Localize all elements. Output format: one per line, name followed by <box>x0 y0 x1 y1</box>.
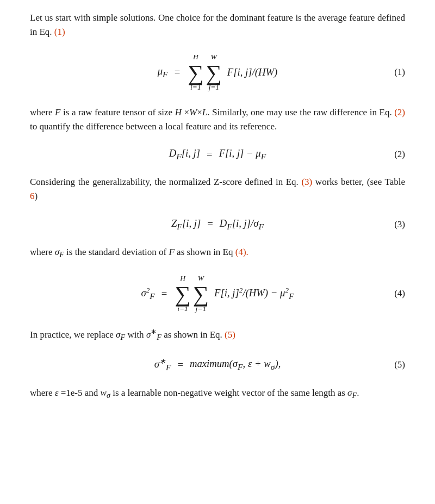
equation-3-math: ZF[i, j] = DF[i, j]/σF <box>171 216 264 233</box>
equation-1-number: (1) <box>394 65 405 79</box>
eq3-rhs: DF[i, j]/σF <box>220 216 264 233</box>
equation-1-math: μF = H ∑ i=1 W ∑ j=1 <box>158 52 278 94</box>
eq2-rhs: F[i, j] − μF <box>219 146 266 163</box>
equation-4-container: σ2F = H ∑ i=1 W ∑ j=1 <box>30 273 405 315</box>
intro-text: Let us start with simple solutions. One … <box>30 13 405 37</box>
equation-1-container: μF = H ∑ i=1 W ∑ j=1 <box>30 52 405 94</box>
eq4-ref-inline: (4). <box>235 247 248 257</box>
eq4-double-sum: H ∑ i=1 W ∑ j=1 <box>173 273 210 315</box>
eq3-lhs: ZF[i, j] <box>171 216 201 233</box>
equation-5-number: (5) <box>394 358 405 372</box>
equation-2-row: DF[i, j] = F[i, j] − μF (2) <box>30 146 405 163</box>
eq1-rhs: F[i, j]/(HW) <box>227 65 277 80</box>
eq5-rhs: maximum(σF, ε + wσ), <box>190 356 281 374</box>
equation-1-row: μF = H ∑ i=1 W ∑ j=1 <box>30 52 405 94</box>
equation-3-content: ZF[i, j] = DF[i, j]/σF <box>30 216 405 233</box>
equation-1-content: μF = H ∑ i=1 W ∑ j=1 <box>30 52 405 94</box>
eq4-sigma2: ∑ <box>193 283 209 306</box>
eq4-sigma1: ∑ <box>175 283 190 306</box>
eq2-lhs: DF[i, j] <box>169 146 200 163</box>
paragraph-2: Considering the generalizability, the no… <box>30 175 405 204</box>
equation-2-content: DF[i, j] = F[i, j] − μF <box>30 146 405 163</box>
equation-5-math: σ∗F = maximum(σF, ε + wσ), <box>154 356 281 374</box>
equation-4-content: σ2F = H ∑ i=1 W ∑ j=1 <box>30 273 405 315</box>
paragraph-where5: where ε =1e-5 and wσ is a learnable non-… <box>30 386 405 402</box>
eq4-sum2: W ∑ j=1 <box>193 273 209 315</box>
table6-ref-inline: 6 <box>30 191 35 201</box>
equation-3-number: (3) <box>394 217 405 232</box>
eq4-lhs: σ2F <box>141 285 155 303</box>
equation-5-row: σ∗F = maximum(σF, ε + wσ), (5) <box>30 356 405 374</box>
paragraph-where3: where σF is the standard deviation of F … <box>30 245 405 261</box>
paragraph-4: In practice, we replace σF with σ∗F as s… <box>30 327 405 344</box>
page-content: Let us start with simple solutions. One … <box>30 11 405 402</box>
paragraph-1: Let us start with simple solutions. One … <box>30 11 405 40</box>
eq4-sum1-bot: i=1 <box>177 303 188 315</box>
eq5-ref-inline: (5) <box>225 329 235 340</box>
equation-4-number: (4) <box>394 287 405 301</box>
equation-5-container: σ∗F = maximum(σF, ε + wσ), (5) <box>30 356 405 374</box>
equation-4-row: σ2F = H ∑ i=1 W ∑ j=1 <box>30 273 405 315</box>
eq1-lhs: μF <box>158 64 168 81</box>
eq1-sum1: H ∑ i=1 <box>188 52 203 94</box>
eq4-sum1: H ∑ i=1 <box>175 273 190 315</box>
eq4-sum2-bot: j=1 <box>196 303 207 315</box>
eq1-sum2-bot: j=1 <box>208 82 219 94</box>
equation-2-container: DF[i, j] = F[i, j] − μF (2) <box>30 146 405 163</box>
equation-5-content: σ∗F = maximum(σF, ε + wσ), <box>30 356 405 374</box>
paragraph-where1: where F is a raw feature tensor of size … <box>30 105 405 134</box>
equation-2-math: DF[i, j] = F[i, j] − μF <box>169 146 266 163</box>
eq3-ref-inline: (3) <box>301 177 312 187</box>
equation-3-row: ZF[i, j] = DF[i, j]/σF (3) <box>30 216 405 233</box>
eq4-rhs: F[i, j]2/(HW) − μ2F <box>214 285 294 303</box>
eq1-ref-inline: (1) <box>54 27 65 37</box>
equation-2-number: (2) <box>394 147 405 161</box>
eq2-ref-inline: (2) <box>394 107 405 117</box>
eq1-sum1-bot: i=1 <box>190 82 201 94</box>
eq1-sigma1: ∑ <box>188 62 203 84</box>
equation-4-math: σ2F = H ∑ i=1 W ∑ j=1 <box>141 273 294 315</box>
eq1-sum2: W ∑ j=1 <box>206 52 222 94</box>
eq1-sigma2: ∑ <box>206 62 222 84</box>
equation-3-container: ZF[i, j] = DF[i, j]/σF (3) <box>30 216 405 233</box>
eq5-lhs: σ∗F <box>154 356 171 374</box>
eq1-double-sum: H ∑ i=1 W ∑ j=1 <box>187 52 223 94</box>
